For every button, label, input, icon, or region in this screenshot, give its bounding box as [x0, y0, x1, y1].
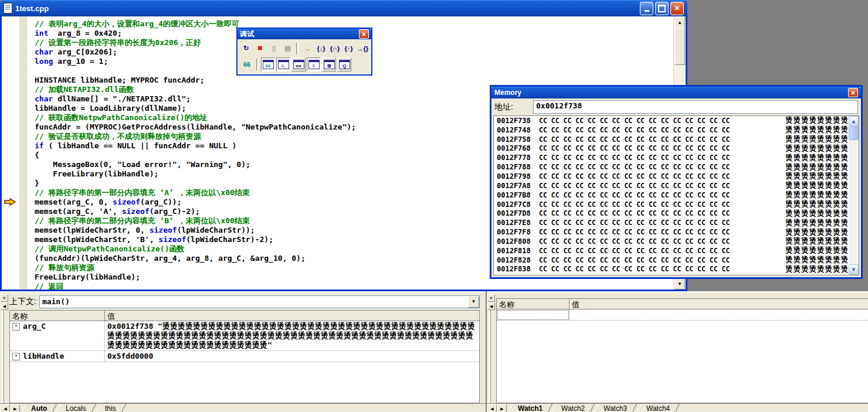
toolbar-separator — [256, 59, 259, 70]
panel-gripper[interactable] — [2, 310, 6, 403]
tab-scroll-left-icon[interactable]: ◀ — [1, 404, 10, 412]
quickwatch-button[interactable]: 66 — [240, 57, 254, 71]
variable-row[interactable]: +libHandle0x5fdd0000 — [10, 351, 479, 362]
memory-row[interactable]: 0012F7B8CC CC CC CC CC CC CC CC CC CC CC… — [494, 190, 859, 200]
scroll-thumb[interactable] — [849, 126, 859, 140]
tab-locals[interactable]: Locals — [56, 404, 96, 412]
memory-window-icon: ≡ — [308, 60, 320, 69]
scroll-up-icon[interactable]: ▲ — [849, 116, 859, 127]
watch-window-button[interactable]: 66 — [261, 57, 275, 71]
minimize-button[interactable] — [640, 2, 653, 15]
selection-margin — [19, 16, 28, 290]
tab-watch3[interactable]: Watch3 — [594, 404, 638, 412]
show-next-statement-button[interactable]: → — [301, 42, 314, 56]
scroll-up-icon[interactable]: ▲ — [674, 16, 685, 28]
call-stack-window-button[interactable]: ⊞ — [322, 57, 336, 71]
memory-row[interactable]: 0012F758CC CC CC CC CC CC CC CC CC CC CC… — [494, 135, 859, 144]
memory-window-titlebar[interactable]: Memory ✕ — [491, 87, 861, 98]
new-watch-input[interactable] — [497, 310, 569, 320]
step-out-button[interactable]: {↑} — [343, 42, 355, 56]
memory-address-input[interactable]: 0x0012f738 — [533, 100, 858, 114]
variables-panel-grip[interactable]: ✕ ◀ — [1, 294, 8, 403]
panel-collapse-icon[interactable]: ◀ — [487, 302, 495, 310]
watch-empty-row — [497, 309, 868, 321]
close-button[interactable]: ✕ — [670, 2, 684, 15]
expand-icon[interactable]: + — [12, 323, 20, 331]
memory-address-label: 地址: — [494, 102, 533, 113]
tab-scroll-right-icon[interactable]: ▶ — [11, 404, 20, 412]
memory-row[interactable]: 0012F838CC CC CC CC CC CC CC CC CC CC CC… — [494, 265, 859, 274]
memory-row[interactable]: 0012F808CC CC CC CC CC CC CC CC CC CC CC… — [494, 237, 859, 246]
context-combobox[interactable]: main() ▼ — [39, 295, 480, 308]
source-window-title: 1test.cpp — [15, 4, 49, 13]
step-into-icon: {↓} — [317, 45, 325, 52]
toolbar-separator — [296, 43, 299, 55]
quickwatch-icon: 66 — [243, 61, 250, 68]
memory-row[interactable]: 0012F7C8CC CC CC CC CC CC CC CC CC CC CC… — [494, 200, 859, 209]
tb-row-1: ↻✖▯▤→{↓}{∩}{↑}→{} — [239, 40, 369, 56]
memory-scrollbar[interactable]: ▲ ▼ — [849, 116, 859, 275]
column-header-name[interactable]: 名称 — [10, 311, 105, 321]
memory-row[interactable]: 0012F788CC CC CC CC CC CC CC CC CC CC CC… — [494, 162, 859, 172]
memory-row[interactable]: 0012F7D8CC CC CC CC CC CC CC CC CC CC CC… — [494, 209, 859, 218]
tab-watch4[interactable]: Watch4 — [636, 404, 680, 412]
memory-row[interactable]: 0012F798CC CC CC CC CC CC CC CC CC CC CC… — [494, 172, 859, 181]
memory-row[interactable]: 0012F738CC CC CC CC CC CC CC CC CC CC CC… — [494, 116, 859, 125]
tab-auto[interactable]: Auto — [21, 404, 57, 412]
memory-row[interactable]: 0012F7A8CC CC CC CC CC CC CC CC CC CC CC… — [494, 181, 859, 190]
maximize-button[interactable] — [655, 2, 669, 15]
step-into-button[interactable]: {↓} — [315, 42, 328, 56]
apply-code-changes-icon: ▤ — [284, 45, 290, 52]
panel-gripper[interactable] — [489, 310, 493, 403]
memory-close-icon[interactable]: ✕ — [848, 88, 858, 97]
scroll-thumb[interactable] — [674, 28, 685, 65]
debug-toolbar-close-icon[interactable]: ✕ — [359, 29, 369, 39]
tab-scroll-right-icon[interactable]: ▶ — [497, 404, 507, 412]
scroll-down-icon[interactable]: ▼ — [674, 278, 685, 290]
variables-window-button[interactable]: 6, — [276, 57, 290, 71]
break-execution-button: ▯ — [267, 42, 280, 56]
memory-window-button[interactable]: ≡ — [307, 57, 321, 71]
registers-window-button[interactable]: ox — [291, 57, 306, 71]
memory-row[interactable]: 0012F818CC CC CC CC CC CC CC CC CC CC CC… — [494, 246, 859, 256]
instruction-pointer-arrow-icon — [4, 198, 16, 206]
chevron-down-icon[interactable]: ▼ — [468, 296, 479, 308]
code-line: HINSTANCE libHandle; MYPROC funcAddr; — [35, 76, 673, 85]
tab-watch2[interactable]: Watch2 — [551, 404, 595, 412]
restart-button[interactable]: ↻ — [240, 42, 253, 56]
stop-debugging-icon: ✖ — [257, 45, 263, 52]
debug-toolbar-titlebar[interactable]: 调试 ✕ — [238, 29, 371, 39]
variable-row[interactable]: +arg_C0x0012f738 "烫烫烫烫烫烫烫烫烫烫烫烫烫烫烫烫烫烫烫烫烫烫… — [10, 321, 479, 351]
memory-row[interactable]: 0012F7E8CC CC CC CC CC CC CC CC CC CC CC… — [494, 218, 859, 227]
panel-close-icon[interactable]: ✕ — [1, 294, 8, 302]
memory-row[interactable]: 0012F7F8CC CC CC CC CC CC CC CC CC CC CC… — [494, 227, 859, 237]
disassembly-window-button[interactable]: Q — [337, 57, 351, 71]
run-to-cursor-button[interactable]: →{} — [356, 42, 369, 56]
memory-row[interactable]: 0012F748CC CC CC CC CC CC CC CC CC CC CC… — [494, 125, 859, 135]
step-out-icon: {↑} — [345, 45, 353, 52]
tab-this[interactable]: this — [95, 404, 126, 412]
memory-hex-dump[interactable]: 0012F738CC CC CC CC CC CC CC CC CC CC CC… — [493, 115, 859, 275]
tab-scroll-left-icon[interactable]: ◀ — [487, 404, 497, 412]
column-header-value[interactable]: 值 — [569, 299, 582, 309]
code-margin[interactable] — [2, 16, 19, 290]
panel-collapse-icon[interactable]: ◀ — [1, 302, 8, 310]
stop-debugging-button[interactable]: ✖ — [254, 42, 267, 56]
memory-row[interactable]: 0012F828CC CC CC CC CC CC CC CC CC CC CC… — [494, 256, 859, 265]
expand-icon[interactable]: + — [12, 353, 20, 360]
step-over-button[interactable]: {∩} — [328, 42, 341, 56]
memory-row[interactable]: 0012F768CC CC CC CC CC CC CC CC CC CC CC… — [494, 144, 859, 154]
watch-panel-grip[interactable]: ✕ ◀ — [487, 294, 495, 403]
code-line: // 返回 — [35, 282, 673, 290]
debug-toolbar-title: 调试 — [240, 29, 254, 39]
column-header-value[interactable]: 值 — [105, 311, 117, 321]
source-window-titlebar[interactable]: 1test.cpp ✕ — [0, 0, 687, 16]
memory-row[interactable]: 0012F778CC CC CC CC CC CC CC CC CC CC CC… — [494, 153, 859, 162]
scroll-down-icon[interactable]: ▼ — [849, 264, 859, 275]
panel-close-icon[interactable]: ✕ — [487, 294, 495, 302]
watch-tabs: Watch1Watch2Watch3Watch4 — [507, 404, 677, 412]
watch-panel: ✕ ◀ 名称 值 ◀ ▶ Watch1Watch2Watch3Watch4 — [487, 291, 868, 412]
column-header-name[interactable]: 名称 — [497, 299, 569, 309]
tab-watch1[interactable]: Watch1 — [508, 404, 552, 412]
break-execution-icon: ▯ — [272, 45, 276, 52]
